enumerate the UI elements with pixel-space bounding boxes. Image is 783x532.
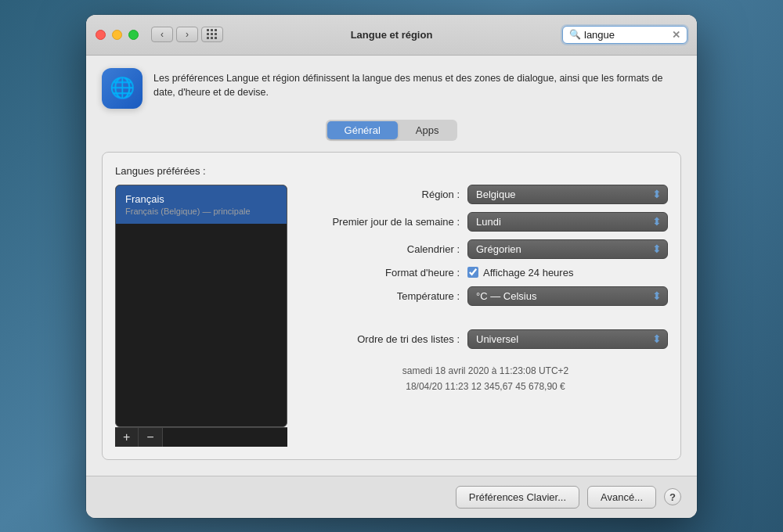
calendar-label: Calendrier : (303, 243, 460, 255)
language-name: Français (125, 193, 277, 205)
temperature-label: Température : (303, 290, 460, 302)
preferences-window: ‹ › Langue et région 🔍 ✕ 🌐 Les préférenc… (86, 15, 697, 518)
time-format-row: Format d'heure : Affichage 24 heures (303, 267, 668, 279)
sort-select-wrapper: Universel ⬍ (467, 329, 668, 349)
temperature-row: Température : °C — Celsius ⬍ (303, 286, 668, 306)
calendar-select[interactable]: Grégorien (467, 239, 668, 259)
traffic-lights (96, 30, 139, 40)
titlebar: ‹ › Langue et région 🔍 ✕ (86, 15, 697, 56)
region-select[interactable]: Belgique (467, 185, 668, 204)
preference-icon: 🌐 (102, 68, 143, 109)
temperature-select-wrapper: °C — Celsius ⬍ (467, 286, 668, 306)
tabs: Général Apps (326, 120, 458, 141)
main-panel: Langues préférées : Français Français (B… (102, 152, 681, 460)
week-label: Premier jour de la semaine : (303, 216, 460, 228)
sort-row: Ordre de tri des listes : Universel ⬍ (303, 329, 668, 349)
region-label: Région : (303, 189, 460, 200)
time-format-checkbox-row: Affichage 24 heures (467, 267, 573, 279)
help-button[interactable]: ? (664, 488, 681, 505)
tabs-container: Général Apps (102, 120, 681, 141)
week-select-wrapper: Lundi ⬍ (467, 212, 668, 232)
calendar-row: Calendrier : Grégorien ⬍ (303, 239, 668, 259)
week-select[interactable]: Lundi (467, 212, 668, 232)
info-bar: 🌐 Les préférences Langue et région défin… (102, 68, 681, 109)
date-preview: samedi 18 avril 2020 à 11:23:08 UTC+2 18… (303, 363, 668, 395)
tab-general[interactable]: Général (327, 121, 398, 139)
sort-label: Ordre de tri des listes : (303, 333, 460, 345)
advanced-button[interactable]: Avancé... (587, 486, 656, 509)
language-sub: Français (Belgique) — principale (125, 207, 277, 216)
content-area: 🌐 Les préférences Langue et région défin… (86, 56, 697, 476)
search-input[interactable] (584, 29, 669, 41)
region-select-wrapper: Belgique ⬍ (467, 185, 668, 204)
close-button[interactable] (96, 30, 106, 40)
date-preview-line2: 18/04/20 11:23 12 345,67 45 678,90 € (303, 379, 668, 394)
back-button[interactable]: ‹ (151, 27, 173, 42)
minimize-button[interactable] (112, 30, 122, 40)
grid-icon (207, 29, 218, 40)
tab-apps[interactable]: Apps (399, 121, 456, 139)
settings-form: Région : Belgique ⬍ Premier jour de la s… (303, 185, 668, 447)
panel-body: Français Français (Belgique) — principal… (115, 185, 668, 447)
lang-spacer (163, 428, 287, 447)
language-list: Français Français (Belgique) — principal… (115, 185, 287, 447)
search-clear-icon[interactable]: ✕ (672, 29, 680, 41)
time-format-checkbox-label: Affichage 24 heures (483, 267, 573, 279)
time-format-checkbox[interactable] (467, 267, 478, 278)
bottom-bar: Préférences Clavier... Avancé... ? (86, 476, 697, 518)
language-buttons: + − (115, 427, 287, 447)
forward-button[interactable]: › (176, 27, 198, 42)
calendar-select-wrapper: Grégorien ⬍ (467, 239, 668, 259)
language-item-french[interactable]: Français Français (Belgique) — principal… (116, 185, 287, 224)
add-language-button[interactable]: + (115, 428, 139, 447)
keyboard-prefs-button[interactable]: Préférences Clavier... (456, 486, 579, 509)
window-title: Langue et région (351, 29, 433, 41)
region-row: Région : Belgique ⬍ (303, 185, 668, 204)
language-listbox: Français Français (Belgique) — principal… (115, 185, 287, 427)
time-format-label: Format d'heure : (303, 267, 460, 279)
remove-language-button[interactable]: − (139, 428, 162, 447)
nav-buttons: ‹ › (151, 27, 198, 42)
info-description: Les préférences Langue et région définis… (153, 68, 681, 101)
search-field[interactable]: 🔍 ✕ (562, 26, 687, 44)
app-grid-button[interactable] (201, 27, 223, 42)
date-preview-line1: samedi 18 avril 2020 à 11:23:08 UTC+2 (303, 363, 668, 379)
search-icon: 🔍 (569, 29, 581, 40)
temperature-select[interactable]: °C — Celsius (467, 286, 668, 306)
sort-select[interactable]: Universel (467, 329, 668, 349)
maximize-button[interactable] (128, 30, 139, 40)
lang-section-title: Langues préférées : (115, 165, 668, 177)
week-row: Premier jour de la semaine : Lundi ⬍ (303, 212, 668, 232)
